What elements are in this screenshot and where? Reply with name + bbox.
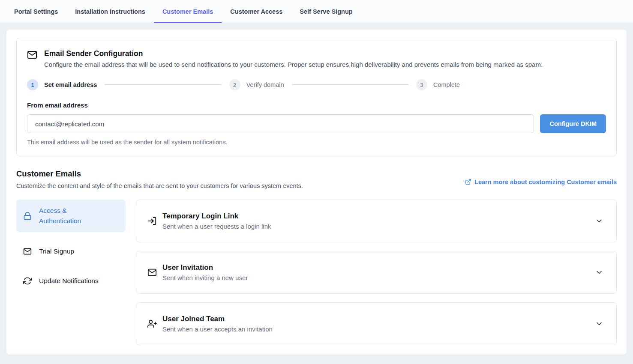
refresh-icon [23, 277, 32, 285]
email-category-sidebar: Access & Authentication Trial Signup Upd… [16, 200, 126, 345]
chevron-down-icon [595, 319, 603, 328]
lock-icon [23, 212, 32, 220]
step-label: Complete [433, 81, 460, 88]
learn-more-label: Learn more about customizing Customer em… [474, 179, 617, 185]
email-sender-description: Configure the email address that will be… [44, 61, 543, 68]
configure-dkim-button[interactable]: Configure DKIM [540, 114, 606, 133]
email-card-subtitle: Sent when a user requests a login link [162, 223, 588, 230]
tab-installation-instructions[interactable]: Installation Instructions [66, 0, 154, 23]
email-card-title: User Invitation [162, 263, 588, 272]
mail-icon [27, 50, 37, 68]
email-card-temporary-login-link[interactable]: Temporary Login Link Sent when a user re… [136, 200, 617, 242]
expand-button[interactable] [593, 215, 605, 227]
step-verify-domain: 2 Verify domain [229, 79, 284, 90]
customer-emails-description: Customize the content and style of the e… [16, 182, 303, 189]
main-panel: Email Sender Configuration Configure the… [6, 30, 627, 355]
sidebar-item-label: Trial Signup [39, 248, 74, 255]
expand-button[interactable] [593, 318, 605, 330]
email-template-list: Temporary Login Link Sent when a user re… [136, 200, 617, 345]
from-email-helper-text: This email address will be used as the s… [27, 139, 606, 146]
sidebar-item-label: Access & Authentication [39, 206, 99, 226]
user-plus-icon [147, 319, 157, 328]
step-label: Set email address [44, 81, 97, 88]
sidebar-item-update-notifications[interactable]: Update Notifications [16, 271, 126, 291]
sidebar-item-access-authentication[interactable]: Access & Authentication [16, 200, 126, 232]
step-number: 3 [416, 79, 427, 90]
email-card-user-invitation[interactable]: User Invitation Sent when inviting a new… [136, 251, 617, 294]
tab-portal-settings[interactable]: Portal Settings [6, 0, 66, 23]
mail-icon [23, 247, 32, 256]
tab-customer-emails[interactable]: Customer Emails [154, 0, 222, 23]
tab-bar: Portal Settings Installation Instruction… [0, 0, 633, 23]
chevron-down-icon [595, 217, 603, 225]
email-card-subtitle: Sent when a user accepts an invitation [162, 325, 588, 333]
content-area: Email Sender Configuration Configure the… [0, 23, 633, 364]
step-connector [105, 84, 221, 85]
email-card-subtitle: Sent when inviting a new user [162, 274, 588, 281]
from-email-label: From email address [27, 101, 606, 109]
customer-emails-title: Customer Emails [16, 169, 303, 179]
external-link-icon [465, 179, 471, 185]
learn-more-link[interactable]: Learn more about customizing Customer em… [465, 179, 617, 185]
tab-self-serve-signup[interactable]: Self Serve Signup [291, 0, 361, 23]
sidebar-item-trial-signup[interactable]: Trial Signup [16, 241, 126, 262]
tab-customer-access[interactable]: Customer Access [222, 0, 291, 23]
step-connector [292, 84, 408, 85]
setup-stepper: 1 Set email address 2 Verify domain 3 Co… [27, 79, 460, 90]
email-sender-title: Email Sender Configuration [44, 49, 543, 58]
email-card-title: Temporary Login Link [162, 212, 588, 221]
email-card-title: User Joined Team [162, 315, 588, 323]
email-card-user-joined-team[interactable]: User Joined Team Sent when a user accept… [136, 302, 617, 345]
step-label: Verify domain [246, 81, 284, 88]
mail-icon [147, 268, 157, 277]
from-email-input[interactable] [27, 114, 534, 133]
email-sender-configuration-card: Email Sender Configuration Configure the… [16, 38, 617, 156]
step-set-email-address: 1 Set email address [27, 79, 97, 90]
expand-button[interactable] [593, 266, 605, 278]
step-complete: 3 Complete [416, 79, 460, 90]
login-icon [147, 216, 157, 226]
step-number: 1 [27, 79, 38, 90]
sidebar-item-label: Update Notifications [39, 277, 99, 285]
chevron-down-icon [595, 268, 603, 277]
step-number: 2 [229, 79, 240, 90]
